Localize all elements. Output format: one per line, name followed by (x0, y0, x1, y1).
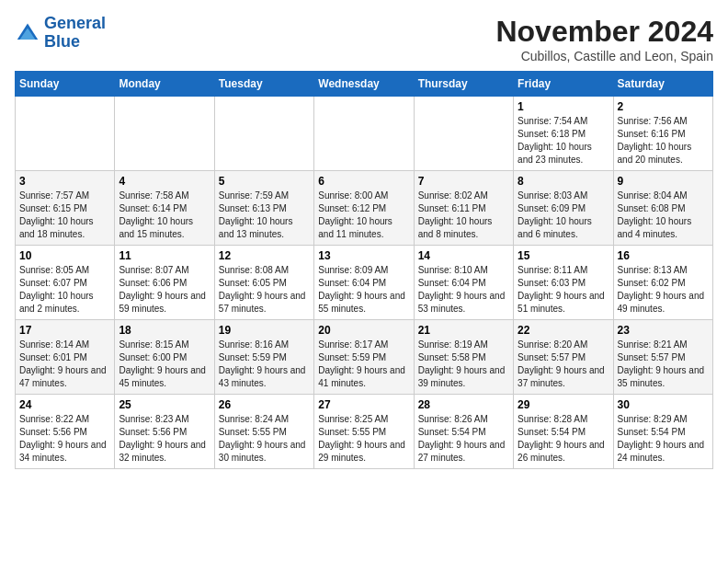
day-number: 20 (318, 324, 409, 337)
page-header: General Blue November 2024 Cubillos, Cas… (15, 15, 713, 63)
calendar-cell: 26Sunrise: 8:24 AM Sunset: 5:55 PM Dayli… (214, 395, 313, 469)
calendar-cell: 30Sunrise: 8:29 AM Sunset: 5:54 PM Dayli… (613, 395, 712, 469)
calendar-cell: 23Sunrise: 8:21 AM Sunset: 5:57 PM Dayli… (613, 320, 712, 395)
day-info: Sunrise: 7:54 AM Sunset: 6:18 PM Dayligh… (518, 115, 609, 167)
logo-icon (15, 20, 40, 46)
week-row-5: 24Sunrise: 8:22 AM Sunset: 5:56 PM Dayli… (16, 395, 713, 469)
day-number: 25 (119, 398, 210, 411)
calendar-cell: 4Sunrise: 7:58 AM Sunset: 6:14 PM Daylig… (115, 171, 214, 246)
day-header-thursday: Thursday (414, 72, 513, 97)
day-number: 16 (618, 249, 709, 262)
day-number: 22 (518, 324, 609, 337)
day-number: 10 (19, 249, 110, 262)
day-info: Sunrise: 8:22 AM Sunset: 5:56 PM Dayligh… (19, 413, 110, 465)
day-number: 7 (418, 175, 509, 188)
day-number: 13 (318, 249, 409, 262)
day-number: 11 (119, 249, 210, 262)
day-info: Sunrise: 8:29 AM Sunset: 5:54 PM Dayligh… (618, 413, 709, 465)
week-row-3: 10Sunrise: 8:05 AM Sunset: 6:07 PM Dayli… (16, 246, 713, 320)
day-header-monday: Monday (115, 72, 214, 97)
calendar-cell (115, 97, 214, 171)
day-number: 3 (19, 175, 110, 188)
day-number: 12 (219, 249, 310, 262)
calendar-cell (414, 97, 513, 171)
day-number: 18 (119, 324, 210, 337)
day-number: 30 (618, 398, 709, 411)
day-number: 15 (518, 249, 609, 262)
calendar-cell: 9Sunrise: 8:04 AM Sunset: 6:08 PM Daylig… (613, 171, 712, 246)
day-number: 9 (618, 175, 709, 188)
calendar-header: SundayMondayTuesdayWednesdayThursdayFrid… (16, 72, 713, 97)
day-info: Sunrise: 8:23 AM Sunset: 5:56 PM Dayligh… (119, 413, 210, 465)
day-number: 29 (518, 398, 609, 411)
day-number: 8 (518, 175, 609, 188)
day-info: Sunrise: 8:04 AM Sunset: 6:08 PM Dayligh… (618, 190, 709, 241)
day-info: Sunrise: 8:26 AM Sunset: 5:54 PM Dayligh… (418, 413, 509, 465)
calendar-cell: 1Sunrise: 7:54 AM Sunset: 6:18 PM Daylig… (514, 97, 613, 171)
calendar-cell: 22Sunrise: 8:20 AM Sunset: 5:57 PM Dayli… (514, 320, 613, 395)
day-header-wednesday: Wednesday (314, 72, 414, 97)
calendar-cell: 5Sunrise: 7:59 AM Sunset: 6:13 PM Daylig… (214, 171, 313, 246)
location: Cubillos, Castille and Leon, Spain (495, 49, 713, 63)
day-info: Sunrise: 8:11 AM Sunset: 6:03 PM Dayligh… (518, 264, 609, 316)
calendar-cell: 19Sunrise: 8:16 AM Sunset: 5:59 PM Dayli… (214, 320, 313, 395)
calendar-cell: 7Sunrise: 8:02 AM Sunset: 6:11 PM Daylig… (414, 171, 513, 246)
day-number: 23 (618, 324, 709, 337)
day-number: 21 (418, 324, 509, 337)
calendar-cell: 27Sunrise: 8:25 AM Sunset: 5:55 PM Dayli… (314, 395, 414, 469)
calendar-cell: 8Sunrise: 8:03 AM Sunset: 6:09 PM Daylig… (514, 171, 613, 246)
day-info: Sunrise: 8:28 AM Sunset: 5:54 PM Dayligh… (518, 413, 609, 465)
calendar-cell: 15Sunrise: 8:11 AM Sunset: 6:03 PM Dayli… (514, 246, 613, 320)
day-info: Sunrise: 7:58 AM Sunset: 6:14 PM Dayligh… (119, 190, 210, 241)
day-number: 17 (19, 324, 110, 337)
month-title: November 2024 (495, 15, 713, 49)
day-info: Sunrise: 8:14 AM Sunset: 6:01 PM Dayligh… (19, 339, 110, 390)
day-info: Sunrise: 8:08 AM Sunset: 6:05 PM Dayligh… (219, 264, 310, 316)
calendar-cell: 12Sunrise: 8:08 AM Sunset: 6:05 PM Dayli… (214, 246, 313, 320)
week-row-4: 17Sunrise: 8:14 AM Sunset: 6:01 PM Dayli… (16, 320, 713, 395)
calendar-cell: 6Sunrise: 8:00 AM Sunset: 6:12 PM Daylig… (314, 171, 414, 246)
day-info: Sunrise: 8:16 AM Sunset: 5:59 PM Dayligh… (219, 339, 310, 390)
logo: General Blue (15, 15, 106, 52)
calendar-cell: 17Sunrise: 8:14 AM Sunset: 6:01 PM Dayli… (16, 320, 115, 395)
day-number: 26 (219, 398, 310, 411)
calendar-cell (16, 97, 115, 171)
day-info: Sunrise: 8:20 AM Sunset: 5:57 PM Dayligh… (518, 339, 609, 390)
day-number: 28 (418, 398, 509, 411)
week-row-2: 3Sunrise: 7:57 AM Sunset: 6:15 PM Daylig… (16, 171, 713, 246)
day-info: Sunrise: 8:19 AM Sunset: 5:58 PM Dayligh… (418, 339, 509, 390)
calendar-cell: 20Sunrise: 8:17 AM Sunset: 5:59 PM Dayli… (314, 320, 414, 395)
day-info: Sunrise: 8:07 AM Sunset: 6:06 PM Dayligh… (119, 264, 210, 316)
day-info: Sunrise: 8:15 AM Sunset: 6:00 PM Dayligh… (119, 339, 210, 390)
calendar-table: SundayMondayTuesdayWednesdayThursdayFrid… (15, 71, 713, 469)
day-header-tuesday: Tuesday (214, 72, 313, 97)
week-row-1: 1Sunrise: 7:54 AM Sunset: 6:18 PM Daylig… (16, 97, 713, 171)
day-info: Sunrise: 8:00 AM Sunset: 6:12 PM Dayligh… (318, 190, 409, 241)
day-header-friday: Friday (514, 72, 613, 97)
calendar-cell (214, 97, 313, 171)
calendar-cell: 10Sunrise: 8:05 AM Sunset: 6:07 PM Dayli… (16, 246, 115, 320)
day-info: Sunrise: 8:09 AM Sunset: 6:04 PM Dayligh… (318, 264, 409, 316)
calendar-cell: 11Sunrise: 8:07 AM Sunset: 6:06 PM Dayli… (115, 246, 214, 320)
day-number: 4 (119, 175, 210, 188)
day-info: Sunrise: 7:57 AM Sunset: 6:15 PM Dayligh… (19, 190, 110, 241)
day-number: 19 (219, 324, 310, 337)
day-info: Sunrise: 7:56 AM Sunset: 6:16 PM Dayligh… (618, 115, 709, 167)
day-info: Sunrise: 8:24 AM Sunset: 5:55 PM Dayligh… (219, 413, 310, 465)
day-number: 24 (19, 398, 110, 411)
calendar-cell: 13Sunrise: 8:09 AM Sunset: 6:04 PM Dayli… (314, 246, 414, 320)
day-number: 1 (518, 100, 609, 113)
day-info: Sunrise: 8:02 AM Sunset: 6:11 PM Dayligh… (418, 190, 509, 241)
day-info: Sunrise: 8:21 AM Sunset: 5:57 PM Dayligh… (618, 339, 709, 390)
title-block: November 2024 Cubillos, Castille and Leo… (495, 15, 713, 63)
day-info: Sunrise: 8:03 AM Sunset: 6:09 PM Dayligh… (518, 190, 609, 241)
calendar-cell: 3Sunrise: 7:57 AM Sunset: 6:15 PM Daylig… (16, 171, 115, 246)
logo-text: General Blue (44, 15, 106, 52)
day-number: 27 (318, 398, 409, 411)
calendar-cell (314, 97, 414, 171)
day-info: Sunrise: 8:10 AM Sunset: 6:04 PM Dayligh… (418, 264, 509, 316)
calendar-cell: 21Sunrise: 8:19 AM Sunset: 5:58 PM Dayli… (414, 320, 513, 395)
calendar-cell: 14Sunrise: 8:10 AM Sunset: 6:04 PM Dayli… (414, 246, 513, 320)
calendar-cell: 29Sunrise: 8:28 AM Sunset: 5:54 PM Dayli… (514, 395, 613, 469)
calendar-cell: 16Sunrise: 8:13 AM Sunset: 6:02 PM Dayli… (613, 246, 712, 320)
